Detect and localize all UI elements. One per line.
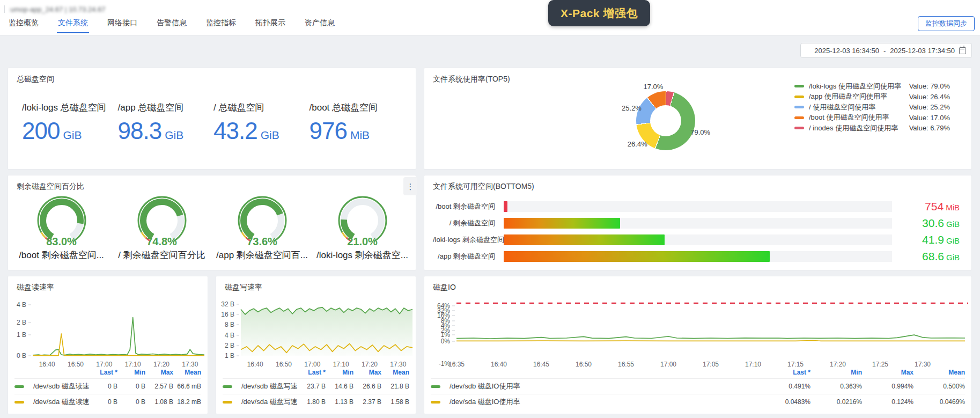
legend-header-max[interactable]: Max	[862, 369, 913, 376]
legend-header-mean[interactable]: Mean	[173, 369, 201, 376]
panel-title: 文件系统使用率(TOP5)	[433, 75, 510, 84]
x-axis-tick-label: 17:10	[745, 361, 761, 368]
bar-gauge-fill	[504, 218, 620, 229]
legend-series-stat: 2.37 B	[353, 398, 381, 406]
gauge-percent-value: 83.0%	[12, 236, 112, 248]
x-axis-tick-label: 17:15	[787, 361, 804, 368]
legend-color-dash-icon	[431, 385, 440, 388]
x-axis-tick-label: 16:50	[68, 361, 84, 368]
stat-unit: GiB	[165, 129, 183, 141]
legend-header-mean[interactable]: Mean	[381, 369, 409, 376]
gauge-item: 74.8%/ 剩余磁盘空间百分比	[112, 194, 212, 261]
stat-label: / 总磁盘空间	[213, 101, 310, 114]
bar-gauge-track	[504, 218, 892, 229]
tab-监控指标[interactable]: 监控指标	[205, 16, 237, 34]
legend-series-stat: 0 B	[90, 383, 117, 390]
legend-header-last[interactable]: Last *	[759, 369, 810, 376]
bar-gauge-label: / 剩余磁盘空间	[433, 218, 495, 228]
x-axis-tick-label: 17:20	[830, 361, 846, 368]
legend-series-row: /dev/sdb 磁盘写速度23.7 B14.6 B26.6 B21.8 B	[223, 378, 409, 394]
x-axis-tick-label: 17:05	[703, 361, 719, 368]
legend-series-name: /dev/sda 磁盘写速度	[241, 397, 298, 407]
calendar-icon[interactable]	[959, 47, 966, 54]
legend-series-stat: 2.57 B	[145, 383, 173, 390]
bar-gauge-label: /loki-logs 剩余磁盘空间	[433, 235, 495, 245]
bar-gauge-track	[504, 234, 892, 245]
legend-header-last[interactable]: Last *	[90, 369, 117, 376]
legend-series-toggle[interactable]: /dev/sdb 磁盘IO使用率	[431, 382, 759, 391]
y-axis-tick-label: 1 B	[17, 331, 26, 339]
legend-header-min[interactable]: Min	[810, 369, 862, 376]
x-axis-tick-label: 17:20	[362, 361, 378, 368]
gauge-percent-value: 74.8%	[112, 236, 212, 248]
gauge-item: 73.6%/app 剩余磁盘空间百...	[212, 194, 312, 261]
legend-series-value: Value: 79.0%	[909, 82, 950, 90]
legend-header-min[interactable]: Min	[326, 369, 353, 376]
x-axis-tick-label: 17:10	[333, 361, 349, 368]
top-header: umop-app_24.67 | 10.73.24.67 监控概览文件系统网络接…	[0, 0, 980, 35]
x-axis-tick-label: 16:35	[448, 361, 465, 368]
y-axis-tick-label: 0%	[441, 338, 451, 345]
tab-监控概览[interactable]: 监控概览	[8, 16, 40, 34]
legend-header-max[interactable]: Max	[353, 369, 381, 376]
legend-series-stat: 1.08 B	[145, 398, 173, 406]
legend-series-toggle[interactable]: /dev/sda 磁盘读速度	[14, 397, 90, 407]
stat-unit: GiB	[261, 129, 279, 141]
bar-gauge-number: 68.6	[922, 250, 944, 262]
legend-series-toggle[interactable]: /dev/sda 磁盘写速度	[223, 397, 298, 407]
legend-series-name: / 使用磁盘空间使用率	[809, 102, 904, 112]
legend-series-stat: 26.6 B	[353, 383, 381, 390]
legend-color-dash-icon	[794, 106, 804, 108]
legend-series-toggle[interactable]: /dev/sdb 磁盘写速度	[223, 382, 298, 391]
legend-series-stat: 0.363%	[810, 383, 862, 390]
stat-item: / 总磁盘空间43.2GiB	[213, 101, 310, 143]
panel-title: 磁盘IO	[433, 283, 456, 292]
legend-color-dash-icon	[223, 385, 232, 388]
fs-usage-donut-chart[interactable]: 79.0%26.4%25.2%17.0%	[601, 83, 741, 164]
tab-文件系统[interactable]: 文件系统	[57, 16, 89, 34]
sync-data-button[interactable]: 监控数据同步	[918, 16, 975, 31]
legend-series-toggle[interactable]: /dev/sdb 磁盘读速度	[14, 382, 90, 391]
legend-series-name: /boot 使用磁盘空间使用率	[809, 113, 904, 122]
legend-item[interactable]: /app 使用磁盘空间使用率Value: 26.4%	[794, 92, 950, 102]
legend-item[interactable]: / 使用磁盘空间使用率Value: 25.2%	[794, 102, 950, 113]
legend-header-row: Last *MinMaxMean	[223, 368, 409, 378]
disk-io-chart: 64%32%16%8%4%2%1%0%-1%16:3516:4016:4516:…	[424, 298, 972, 376]
panel-menu-kebab-icon[interactable]: ⋮	[403, 177, 417, 195]
tab-拓扑展示[interactable]: 拓扑展示	[254, 16, 286, 34]
tab-网络接口[interactable]: 网络接口	[106, 16, 138, 34]
legend-header-last[interactable]: Last *	[298, 369, 326, 376]
breadcrumb: umop-app_24.67 | 10.73.24.67	[4, 4, 106, 14]
legend-header-min[interactable]: Min	[117, 369, 145, 376]
legend-series-toggle[interactable]: /dev/sda 磁盘IO使用率	[431, 397, 759, 407]
bar-gauge-value: 41.9GiB	[892, 233, 960, 246]
legend-header-max[interactable]: Max	[145, 369, 173, 376]
disk-read-chart: 4 B2 B1 B0 B16:4016:5017:0017:1017:2017:…	[8, 298, 209, 376]
x-axis-tick-label: 17:00	[304, 361, 320, 368]
legend-item[interactable]: /loki-logs 使用磁盘空间使用率Value: 79.0%	[794, 81, 950, 92]
legend-series-stat: 0.491%	[759, 383, 810, 390]
legend-item[interactable]: / inodes 使用磁盘空间使用率Value: 6.79%	[794, 123, 950, 134]
legend-series-row: /dev/sdb 磁盘IO使用率0.491%0.363%0.994%0.500%	[431, 378, 965, 394]
time-range-picker[interactable]: 2025-12-03 16:34:50 - 2025-12-03 17:34:5…	[800, 43, 972, 58]
x-axis-tick-label: 16:40	[39, 361, 55, 368]
x-axis-tick-label: 16:50	[276, 361, 292, 368]
tab-资产信息[interactable]: 资产信息	[304, 16, 336, 34]
legend-header-mean[interactable]: Mean	[913, 369, 965, 376]
chart-legend-table: Last *MinMaxMean/dev/sdb 磁盘读速度0 B0 B2.57…	[14, 368, 201, 409]
panel-title: 总磁盘空间	[17, 75, 54, 84]
bar-gauge-unit: GiB	[946, 219, 960, 229]
tab-告警信息[interactable]: 告警信息	[156, 16, 188, 34]
legend-item[interactable]: /boot 使用磁盘空间使用率Value: 17.0%	[794, 113, 950, 123]
legend-series-row: /dev/sda 磁盘写速度1.80 B1.13 B2.37 B1.58 B	[223, 394, 409, 409]
stat-list: /loki-logs 总磁盘空间200GiB/app 总磁盘空间98.3GiB/…	[22, 101, 405, 143]
bar-gauge-unit: GiB	[946, 236, 960, 245]
y-axis-tick-label: 2 B	[225, 342, 234, 349]
legend-series-row: /dev/sda 磁盘读速度0 B0 B1.08 B18.2 mB	[14, 394, 201, 409]
stat-number: 200	[22, 118, 60, 144]
x-axis-tick-label: 17:30	[390, 361, 406, 368]
bar-gauge-unit: GiB	[946, 253, 960, 262]
x-axis-tick-label: 16:50	[576, 361, 592, 368]
donut-slice-label: 79.0%	[690, 128, 710, 136]
donut-slice-label: 17.0%	[644, 83, 664, 91]
